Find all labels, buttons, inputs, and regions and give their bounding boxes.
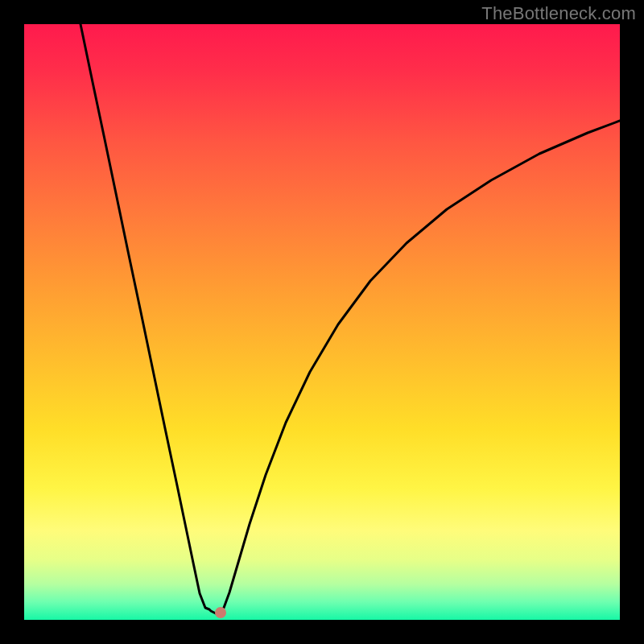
- plot-area: [24, 24, 620, 620]
- curve-minimum-marker: [215, 607, 226, 618]
- bottleneck-curve: [24, 24, 620, 620]
- watermark-text: TheBottleneck.com: [481, 3, 636, 24]
- chart-frame: TheBottleneck.com: [0, 0, 644, 644]
